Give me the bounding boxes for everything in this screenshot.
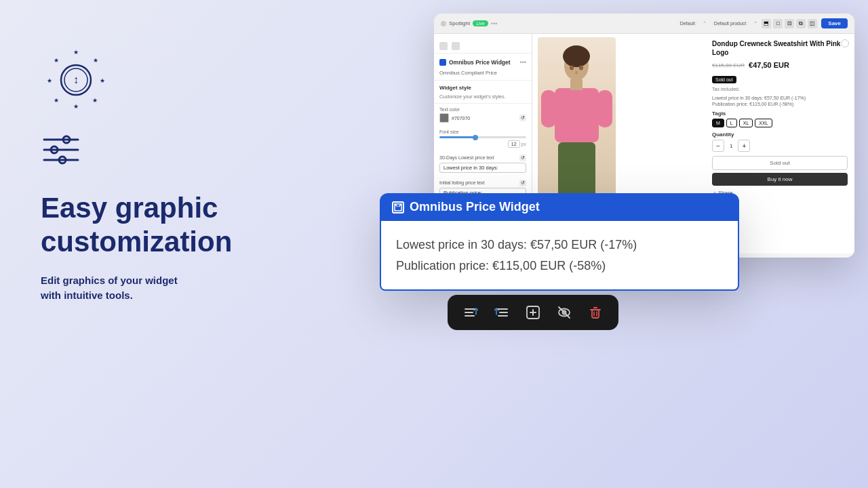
toolbar-hide-icon[interactable] bbox=[555, 303, 574, 322]
svg-text:★: ★ bbox=[73, 103, 79, 110]
tax-text: Tax included. bbox=[712, 87, 848, 92]
lowest-price-info: Lowest price in 30 days: €57,50 EUR (-17… bbox=[712, 96, 848, 100]
eu-stars-icon: ↕ ★ ★ ★ ★ ★ ★ ★ ★ bbox=[41, 41, 108, 108]
widget-header-icon bbox=[392, 201, 404, 214]
quantity-increase[interactable]: + bbox=[738, 140, 750, 152]
lowest-price-input[interactable]: Lowest price in 30 days: bbox=[439, 163, 526, 173]
widget-title: Omnibus Price Widget bbox=[410, 200, 540, 214]
sold-out-badge: Sold out bbox=[712, 76, 736, 83]
toolbar-align-left-icon[interactable] bbox=[461, 303, 480, 322]
font-size-slider[interactable] bbox=[439, 136, 526, 138]
product-title: Dondup Crewneck Sweatshirt With Pink Log… bbox=[712, 39, 848, 57]
filter-sliders-icon bbox=[41, 133, 312, 169]
widget-overlay: Omnibus Price Widget Lowest price in 30 … bbox=[380, 193, 739, 291]
toolbar-align-right-icon[interactable] bbox=[492, 303, 511, 322]
size-buttons: M L XL XXL bbox=[712, 119, 848, 127]
size-l[interactable]: L bbox=[726, 119, 737, 127]
browser-top-bar: Spotlight Live ••• Default ⌃ Default pro… bbox=[434, 14, 854, 34]
toolbar-add-block-icon[interactable] bbox=[524, 303, 542, 322]
panel-widget-subname: Omnibus Compliant Price bbox=[434, 68, 532, 81]
font-size-input[interactable]: 12 bbox=[508, 140, 520, 148]
browser-save-button[interactable]: Save bbox=[821, 18, 848, 28]
browser-tab-label: Spotlight bbox=[449, 20, 470, 26]
svg-text:★: ★ bbox=[54, 57, 59, 64]
price-row: €115,00 EUR €47,50 EUR bbox=[712, 61, 848, 69]
quantity-decrease[interactable]: − bbox=[712, 140, 724, 152]
main-subtext: Edit graphics of your widget with intuit… bbox=[41, 273, 312, 304]
color-swatch[interactable] bbox=[439, 113, 449, 123]
color-code-value: #707070 bbox=[452, 116, 470, 121]
panel-section-widget-style: Widget style bbox=[434, 81, 532, 93]
svg-rect-20 bbox=[541, 90, 556, 127]
svg-rect-23 bbox=[570, 79, 583, 90]
panel-font-size-field: Font size 12 px bbox=[434, 126, 532, 151]
svg-text:★: ★ bbox=[54, 97, 59, 104]
publication-price-info: Publication price: €115,00 EUR (-58%) bbox=[712, 102, 848, 106]
tags-label: TagIs bbox=[712, 110, 848, 117]
svg-point-26 bbox=[575, 71, 578, 75]
panel-section-sub: Customize your widget's styles. bbox=[434, 93, 532, 104]
widget-price-line2: Publication price: €115,00 EUR (-58%) bbox=[396, 256, 723, 277]
main-heading: Easy graphic customization bbox=[41, 191, 312, 260]
quantity-row: − 1 + bbox=[712, 140, 848, 152]
svg-point-25 bbox=[579, 66, 583, 70]
default-product-badge: Default product bbox=[711, 20, 749, 26]
widget-body: Lowest price in 30 days: €57,50 EUR (-17… bbox=[380, 221, 739, 291]
sale-price: €47,50 EUR bbox=[749, 61, 789, 69]
sold-out-button[interactable]: Sold out bbox=[712, 156, 848, 170]
buy-now-button[interactable]: Buy it now bbox=[712, 173, 848, 186]
svg-point-18 bbox=[563, 45, 590, 67]
size-xl[interactable]: XL bbox=[739, 119, 753, 127]
quantity-label: Quantity bbox=[712, 131, 848, 138]
svg-point-24 bbox=[570, 66, 574, 70]
quantity-value: 1 bbox=[727, 143, 735, 149]
svg-text:★: ★ bbox=[73, 49, 79, 56]
svg-rect-21 bbox=[597, 90, 612, 127]
default-badge: Default bbox=[677, 20, 698, 26]
original-price: €115,00 EUR bbox=[712, 62, 745, 68]
left-section: ↕ ★ ★ ★ ★ ★ ★ ★ ★ Easy graphic customiza… bbox=[41, 41, 312, 304]
widget-price-line1: Lowest price in 30 days: €57,50 EUR (-17… bbox=[396, 235, 723, 256]
svg-text:★: ★ bbox=[92, 97, 98, 104]
toolbar-delete-icon[interactable] bbox=[586, 303, 605, 322]
svg-text:★: ★ bbox=[47, 77, 52, 84]
size-m[interactable]: M bbox=[712, 119, 724, 127]
panel-text-color-field: Text color #707070 ↺ bbox=[434, 104, 532, 126]
toolbar-overlay bbox=[448, 295, 618, 330]
svg-rect-44 bbox=[592, 310, 599, 318]
svg-rect-19 bbox=[555, 88, 599, 142]
size-xxl[interactable]: XXL bbox=[755, 119, 772, 127]
live-badge: Live bbox=[473, 20, 488, 26]
panel-widget-name: Omnibus Price Widget ••• bbox=[434, 56, 532, 68]
product-info: Dondup Crewneck Sweatshirt With Pink Log… bbox=[712, 39, 848, 196]
panel-lowest-price-field: 30-Days Lowest price text ↺ Lowest price… bbox=[434, 151, 532, 176]
widget-header: Omnibus Price Widget bbox=[380, 193, 739, 221]
svg-text:↕: ↕ bbox=[73, 74, 79, 85]
svg-text:★: ★ bbox=[100, 77, 105, 84]
svg-text:★: ★ bbox=[93, 57, 98, 64]
